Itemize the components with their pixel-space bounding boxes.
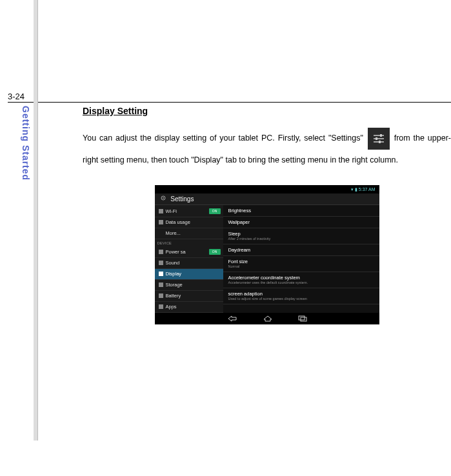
status-time: 5:37 AM [359,187,376,192]
svg-rect-3 [380,134,382,137]
settings-header: Settings [155,193,379,205]
sidebar-item-storage[interactable]: Storage [155,280,223,291]
sidebar-section-device: DEVICE [155,239,223,247]
power-icon [159,250,163,254]
home-icon[interactable] [263,315,272,322]
sidebar-item-label: Display [166,268,182,279]
settings-title: Settings [170,195,194,203]
heading-display-setting: Display Setting [83,106,451,116]
gear-icon [160,193,166,205]
option-title: screen adaption [228,291,374,297]
sidebar-item-label: Sound [166,257,180,268]
option-sub: After 2 minutes of inactivity [228,237,374,241]
android-navbar [155,313,379,324]
horizontal-rule [8,102,451,103]
settings-detail-pane: Brightness Wallpaper Sleep After 2 minut… [223,205,379,313]
wifi-icon: ▾ [351,187,354,192]
option-title: Sleep [228,231,374,237]
sidebar-item-label: Storage [166,279,183,290]
wifi-icon [159,209,163,213]
option-screen-adaption[interactable]: screen adaption Used to adjust size of s… [223,288,379,304]
display-icon [159,272,163,276]
sidebar-item-battery[interactable]: Battery [155,291,223,302]
option-brightness[interactable]: Brightness [223,205,379,217]
content-area: Display Setting You can adjust the displ… [83,106,451,324]
option-sub: Accelerometer uses the default coordinat… [228,281,374,285]
svg-rect-9 [301,317,306,321]
settings-sliders-icon [368,128,390,150]
svg-rect-8 [299,316,305,320]
sidebar-item-wifi[interactable]: Wi-Fi ON [155,206,223,217]
settings-sidebar: Wi-Fi ON Data usage More... DEVICE Power… [155,205,223,313]
option-title: Wallpaper [228,219,374,225]
storage-icon [159,283,163,287]
svg-rect-4 [376,137,377,140]
sound-icon [159,261,163,265]
body-paragraph: You can adjust the display setting of yo… [83,128,451,171]
option-wallpaper[interactable]: Wallpaper [223,217,379,228]
sidebar-item-data-usage[interactable]: Data usage [155,217,223,228]
battery-icon [159,293,163,298]
option-accelerometer[interactable]: Accelerometer coordinate system Accelero… [223,272,379,288]
body-text-1: You can adjust the display setting of yo… [83,134,363,143]
svg-point-7 [163,197,164,199]
wifi-toggle[interactable]: ON [209,208,221,214]
sidebar-item-apps[interactable]: Apps [155,302,223,313]
sidebar-item-label: More... [166,228,181,239]
option-sleep[interactable]: Sleep After 2 minutes of inactivity [223,228,379,244]
sidebar-item-label: Apps [166,301,177,312]
settings-main: Wi-Fi ON Data usage More... DEVICE Power… [155,205,379,313]
sidebar-item-label: Power sa [166,246,186,257]
option-sub: Used to adjust size of some games displa… [228,297,374,301]
vertical-divider-thin [37,0,38,441]
settings-screenshot: ▾ ▮ 5:37 AM Settings Wi-Fi ON Data usage [155,185,379,324]
option-font-size[interactable]: Font size Normal [223,256,379,272]
sidebar-item-power-saving[interactable]: Power sa ON [155,247,223,258]
sidebar-item-more[interactable]: More... [155,228,223,239]
sidebar-item-label: Battery [166,290,181,301]
option-daydream[interactable]: Daydream [223,244,379,256]
power-toggle[interactable]: ON [209,249,221,255]
battery-icon: ▮ [355,187,357,192]
recent-icon[interactable] [298,315,307,322]
svg-rect-5 [379,141,381,143]
apps-icon [159,304,163,309]
page-number: 3-24 [8,92,25,101]
data-usage-icon [159,220,163,224]
sidebar-item-label: Wi-Fi [166,206,177,217]
status-bar: ▾ ▮ 5:37 AM [155,185,379,193]
option-title: Accelerometer coordinate system [228,275,374,281]
option-sub: Normal [228,264,374,269]
back-icon[interactable] [227,315,237,322]
option-title: Daydream [228,247,374,253]
option-title: Font size [228,259,374,264]
sidebar-item-label: Data usage [166,217,190,228]
section-tab: Getting Started [21,106,31,181]
sidebar-item-display[interactable]: Display [155,269,223,280]
option-title: Brightness [228,208,374,213]
sidebar-item-sound[interactable]: Sound [155,258,223,269]
